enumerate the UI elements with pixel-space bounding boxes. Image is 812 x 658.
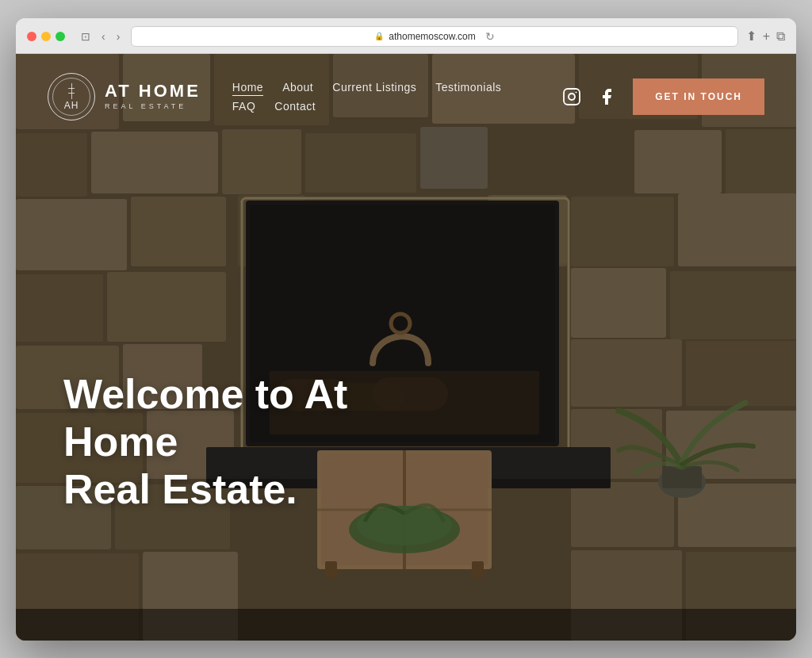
- logo-area[interactable]: AH AT HOME REAL ESTATE: [48, 73, 201, 121]
- hero-text: Welcome to At Home Real Estate.: [63, 371, 396, 513]
- sidebar-toggle-icon[interactable]: ⊡: [78, 29, 94, 44]
- nav-social: [561, 86, 617, 107]
- hero-svg: [16, 54, 796, 641]
- nav-listings[interactable]: Current Listings: [332, 81, 416, 94]
- close-button[interactable]: [27, 32, 36, 41]
- nav-contact[interactable]: Contact: [274, 100, 316, 113]
- maximize-button[interactable]: [56, 32, 65, 41]
- logo-text: AT HOME REAL ESTATE: [105, 82, 201, 110]
- lock-icon: 🔒: [374, 32, 384, 40]
- logo-stem-icon: [71, 83, 72, 99]
- get-in-touch-button[interactable]: GET IN TOUCH: [633, 78, 764, 115]
- hero-headline-line1: Welcome to At Home: [63, 371, 347, 465]
- nav-home[interactable]: Home: [232, 81, 263, 94]
- website-content: AH AT HOME REAL ESTATE Home About Curren…: [16, 54, 796, 641]
- hero-headline: Welcome to At Home Real Estate.: [63, 371, 396, 513]
- logo-circle: AH: [48, 73, 95, 121]
- svg-point-66: [576, 91, 577, 93]
- traffic-lights: [27, 32, 65, 41]
- browser-controls: ⊡ ‹ ›: [78, 29, 123, 44]
- browser-actions: ⬆ + ⧉: [746, 29, 785, 44]
- new-tab-icon[interactable]: +: [763, 29, 770, 44]
- nav-testimonials[interactable]: Testimonials: [435, 81, 501, 94]
- back-button[interactable]: ‹: [98, 29, 109, 44]
- hero-headline-line2: Real Estate.: [63, 466, 297, 512]
- svg-rect-63: [16, 609, 796, 641]
- nav-faq[interactable]: FAQ: [232, 100, 256, 113]
- tabs-icon[interactable]: ⧉: [776, 29, 785, 44]
- browser-chrome: ⊡ ‹ › 🔒 athomemoscow.com ↻ ⬆ + ⧉: [16, 18, 796, 54]
- browser-window: ⊡ ‹ › 🔒 athomemoscow.com ↻ ⬆ + ⧉: [16, 18, 796, 641]
- nav-about[interactable]: About: [282, 81, 313, 94]
- logo-subtitle: REAL ESTATE: [105, 102, 201, 110]
- facebook-icon[interactable]: [596, 86, 617, 107]
- logo-inner: AH: [52, 78, 90, 116]
- svg-rect-64: [564, 89, 580, 105]
- address-bar[interactable]: 🔒 athomemoscow.com ↻: [131, 26, 737, 47]
- navigation: AH AT HOME REAL ESTATE Home About Curren…: [16, 54, 796, 140]
- nav-row-1: Home About Current Listings Testimonials: [232, 81, 546, 94]
- reload-button[interactable]: ↻: [485, 30, 495, 43]
- instagram-icon[interactable]: [561, 86, 582, 107]
- logo-name: AT HOME: [105, 82, 201, 100]
- share-icon[interactable]: ⬆: [746, 29, 756, 44]
- url-text: athomemoscow.com: [389, 31, 475, 42]
- nav-links: Home About Current Listings Testimonials…: [232, 81, 546, 113]
- forward-button[interactable]: ›: [113, 29, 124, 44]
- svg-point-65: [569, 94, 575, 100]
- svg-rect-62: [16, 54, 796, 641]
- nav-row-2: FAQ Contact: [232, 100, 546, 113]
- minimize-button[interactable]: [41, 32, 51, 41]
- logo-letters: AH: [64, 101, 79, 110]
